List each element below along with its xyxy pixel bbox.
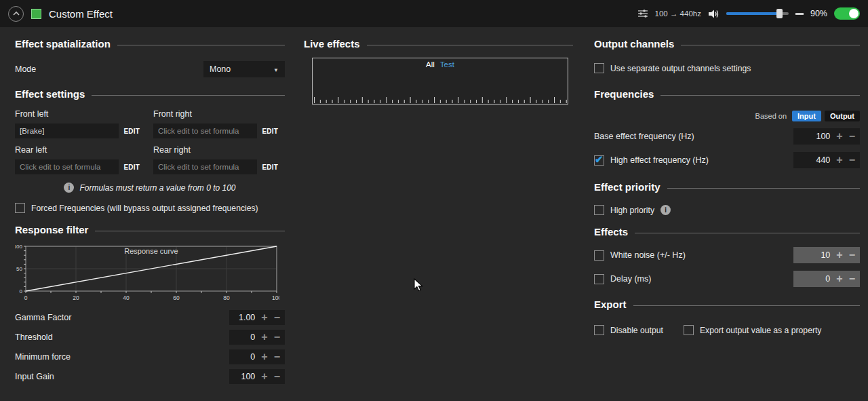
base-frequency-stepper[interactable]: 100 (793, 128, 860, 145)
input-gain-stepper[interactable]: 100 (229, 369, 285, 384)
front-right-edit-button[interactable]: EDIT (262, 128, 278, 135)
section-export: Export (594, 299, 860, 310)
section-rule (635, 233, 860, 233)
rear-left-formula-input[interactable] (15, 159, 119, 174)
increment-button[interactable] (836, 131, 842, 142)
toggle-knob (849, 9, 859, 18)
white-noise-checkbox[interactable] (594, 250, 604, 261)
gamma-factor-row: Gamma Factor 1.00 (15, 307, 285, 327)
decrement-button[interactable] (849, 131, 855, 142)
formula-info-line: Formulas must return a value from 0 to 1… (15, 183, 285, 193)
threshold-stepper[interactable]: 0 (229, 330, 285, 345)
input-gain-row: Input Gain 100 (15, 366, 285, 386)
decrement-button[interactable] (274, 351, 280, 362)
decrement-button[interactable] (849, 250, 855, 261)
stepper-value: 0 (798, 274, 830, 284)
effect-enabled-toggle[interactable] (834, 7, 860, 20)
increment-button[interactable] (836, 155, 842, 166)
mode-select[interactable]: Mono (203, 61, 285, 77)
live-effects-panel: Live effects All Test (304, 27, 573, 104)
increment-button[interactable] (261, 351, 267, 362)
rear-right-formula-input[interactable] (153, 159, 257, 174)
left-panel: Effect spatialization Mode Mono Effect s… (15, 27, 285, 386)
svg-text:50: 50 (16, 266, 22, 272)
increment-button[interactable] (836, 273, 842, 284)
svg-text:100: 100 (15, 244, 23, 250)
volume-slider-handle[interactable] (776, 9, 783, 18)
minimum-force-stepper[interactable]: 0 (229, 349, 285, 364)
info-icon (64, 183, 74, 193)
volume-slider[interactable] (726, 12, 789, 15)
delay-stepper[interactable]: 0 (793, 271, 860, 287)
volume-percent: 90% (810, 9, 827, 18)
tab-all[interactable]: All (426, 60, 435, 69)
export-property-checkbox[interactable] (684, 325, 694, 335)
svg-text:100: 100 (272, 294, 279, 301)
mode-row: Mode Mono (15, 61, 285, 77)
increment-button[interactable] (261, 371, 267, 382)
delay-checkbox[interactable] (594, 274, 604, 284)
decrement-button[interactable] (849, 273, 855, 284)
collapse-button[interactable] (8, 6, 24, 22)
decrement-button[interactable] (849, 155, 855, 166)
high-priority-row: High priority (594, 205, 860, 215)
based-on-output-button[interactable]: Output (825, 111, 860, 121)
decrement-button[interactable] (274, 371, 280, 382)
section-title: Effect spatialization (15, 38, 111, 50)
high-frequency-stepper[interactable]: 440 (793, 152, 860, 168)
section-effect-spatialization: Effect spatialization (15, 38, 285, 50)
stepper-value: 100 (798, 132, 830, 141)
increment-button[interactable] (836, 250, 842, 261)
high-priority-label: High priority (610, 206, 654, 215)
high-priority-checkbox[interactable] (594, 205, 604, 215)
rear-right-edit-button[interactable]: EDIT (262, 164, 278, 171)
delay-label: Delay (ms) (610, 274, 651, 284)
svg-text:80: 80 (223, 294, 230, 301)
section-effect-priority: Effect priority (594, 181, 860, 193)
chevron-up-icon (12, 9, 21, 18)
section-effects: Effects (594, 226, 860, 237)
front-right-formula-input[interactable] (153, 123, 257, 138)
increment-button[interactable] (261, 312, 267, 323)
export-row: Disable output Export output value as a … (594, 325, 860, 335)
separate-output-checkbox[interactable] (594, 63, 604, 73)
stepper-value: 10 (798, 250, 830, 260)
timeline-ruler (313, 96, 567, 103)
base-frequency-row: Base effect frequency (Hz) 100 (594, 128, 860, 145)
effect-color-swatch[interactable] (31, 9, 41, 19)
front-left-formula-input[interactable] (15, 123, 119, 138)
section-title: Effects (594, 226, 628, 237)
tab-test[interactable]: Test (440, 60, 454, 69)
mode-selected-value: Mono (210, 64, 231, 74)
svg-text:20: 20 (73, 294, 79, 301)
section-rule (667, 188, 860, 189)
response-curve-chart: 020406080100050100Response curve (15, 242, 279, 307)
section-rule (660, 95, 860, 96)
gamma-factor-stepper[interactable]: 1.00 (229, 310, 285, 325)
input-gain-label: Input Gain (15, 372, 54, 381)
decrement-button[interactable] (274, 312, 280, 323)
based-on-label: Based on (755, 112, 787, 120)
topbar: Custom Effect 100 → 440hz 90% (0, 0, 868, 27)
decrement-button[interactable] (274, 332, 280, 343)
section-rule (117, 45, 285, 45)
front-left-edit-button[interactable]: EDIT (123, 128, 140, 135)
svg-text:0: 0 (24, 294, 28, 301)
mouse-cursor-icon (414, 278, 423, 292)
disable-output-checkbox[interactable] (594, 325, 604, 335)
increment-button[interactable] (261, 332, 267, 343)
white-noise-row: White noise (+/- Hz) 10 (594, 246, 860, 264)
high-frequency-checkbox[interactable] (594, 155, 604, 166)
disable-output-label: Disable output (610, 326, 663, 335)
svg-text:0: 0 (20, 288, 23, 294)
forced-frequencies-row: Forced Frequencies (will bypass output a… (15, 203, 285, 213)
section-title: Export (594, 299, 627, 310)
white-noise-stepper[interactable]: 10 (793, 247, 860, 263)
forced-frequencies-checkbox[interactable] (15, 203, 25, 213)
base-frequency-label: Base effect frequency (Hz) (594, 132, 694, 141)
svg-text:40: 40 (123, 294, 130, 301)
white-noise-label: White noise (+/- Hz) (610, 250, 686, 260)
rear-left-edit-button[interactable]: EDIT (123, 164, 140, 171)
section-title: Effect settings (15, 88, 85, 100)
based-on-input-button[interactable]: Input (792, 111, 821, 121)
